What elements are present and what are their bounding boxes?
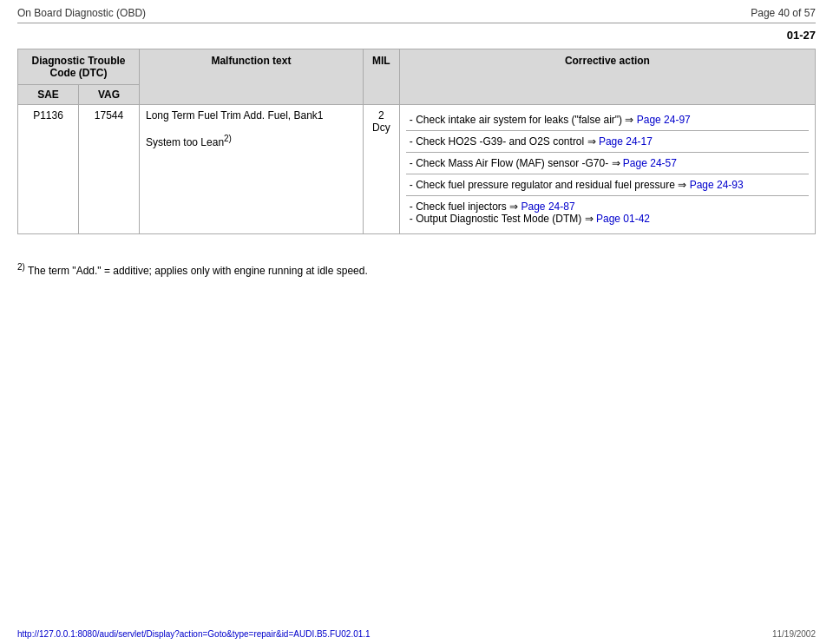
malfunction-superscript: 2): [224, 134, 232, 143]
mil-header: MIL: [363, 49, 399, 105]
page-label: 01-27: [787, 29, 816, 42]
corrective-text-2: - Check HO2S -G39- and O2S control ⇒: [410, 135, 599, 148]
corrective-row-4: - Check fuel pressure regulator and resi…: [406, 174, 809, 196]
malfunction-value: Long Term Fuel Trim Add. Fuel, Bank1 Sys…: [140, 105, 364, 234]
malfunction-extra-text: System too Lean: [146, 136, 224, 148]
diagnostic-table: Diagnostic Trouble Code (DTC) Malfunctio…: [17, 49, 816, 234]
page-number: Page 40 of 57: [751, 7, 816, 19]
malfunction-main-text: Long Term Fuel Trim Add. Fuel, Bank1: [146, 109, 324, 122]
vag-header: VAG: [79, 85, 140, 105]
corrective-link-5a[interactable]: Page 24-87: [521, 200, 575, 213]
header-title: On Board Diagnostic (OBD): [17, 7, 146, 19]
malfunction-header: Malfunction text: [140, 49, 364, 105]
corrective-row-2: - Check HO2S -G39- and O2S control ⇒ Pag…: [406, 131, 809, 153]
footnote-area: 2) The term "Add." = additive; applies o…: [0, 252, 833, 277]
corrective-link-3[interactable]: Page 24-57: [623, 157, 677, 169]
corrective-cell-3: - Check Mass Air Flow (MAF) sensor -G70-…: [406, 153, 809, 174]
table-row: P1136 17544 Long Term Fuel Trim Add. Fue…: [18, 105, 816, 234]
page-footer: http://127.0.0.1:8080/audi/servlet/Displ…: [0, 629, 833, 639]
mil-value: 2Dcy: [363, 105, 399, 234]
corrective-cell-5: - Check fuel injectors ⇒ Page 24-87 - Ou…: [406, 196, 809, 230]
corrective-row-5: - Check fuel injectors ⇒ Page 24-87 - Ou…: [406, 196, 809, 230]
footnote-number: 2): [17, 262, 25, 272]
corrective-cell-4: - Check fuel pressure regulator and resi…: [406, 174, 809, 196]
corrective-sub-table: - Check intake air system for leaks ("fa…: [406, 109, 809, 229]
content-area: Diagnostic Trouble Code (DTC) Malfunctio…: [0, 49, 833, 252]
sae-value: P1136: [18, 105, 79, 234]
corrective-text-5b: - Output Diagnostic Test Mode (DTM) ⇒: [410, 213, 596, 225]
footer-date: 11/19/2002: [772, 629, 816, 639]
corrective-header: Corrective action: [399, 49, 815, 105]
footnote-text: The term "Add." = additive; applies only…: [25, 265, 368, 277]
corrective-link-2[interactable]: Page 24-17: [599, 135, 653, 148]
corrective-row-3: - Check Mass Air Flow (MAF) sensor -G70-…: [406, 153, 809, 174]
corrective-cell-1: - Check intake air system for leaks ("fa…: [406, 109, 809, 131]
sae-header: SAE: [18, 85, 79, 105]
corrective-text-4: - Check fuel pressure regulator and resi…: [410, 179, 690, 191]
vag-value: 17544: [79, 105, 140, 234]
corrective-text-1: - Check intake air system for leaks ("fa…: [410, 114, 637, 126]
corrective-cell-2: - Check HO2S -G39- and O2S control ⇒ Pag…: [406, 131, 809, 153]
corrective-link-5b[interactable]: Page 01-42: [596, 213, 650, 225]
footer-url[interactable]: http://127.0.0.1:8080/audi/servlet/Displ…: [17, 629, 371, 639]
corrective-text-3: - Check Mass Air Flow (MAF) sensor -G70-…: [410, 157, 623, 169]
corrective-link-4[interactable]: Page 24-93: [690, 179, 744, 191]
corrective-value: - Check intake air system for leaks ("fa…: [399, 105, 815, 234]
table-header-top: Diagnostic Trouble Code (DTC) Malfunctio…: [18, 49, 816, 85]
corrective-row-1: - Check intake air system for leaks ("fa…: [406, 109, 809, 131]
dtc-header: Diagnostic Trouble Code (DTC): [18, 49, 140, 85]
footnote: 2) The term "Add." = additive; applies o…: [17, 265, 368, 277]
corrective-link-1[interactable]: Page 24-97: [637, 114, 691, 126]
corrective-text-5a: - Check fuel injectors ⇒: [410, 200, 521, 213]
